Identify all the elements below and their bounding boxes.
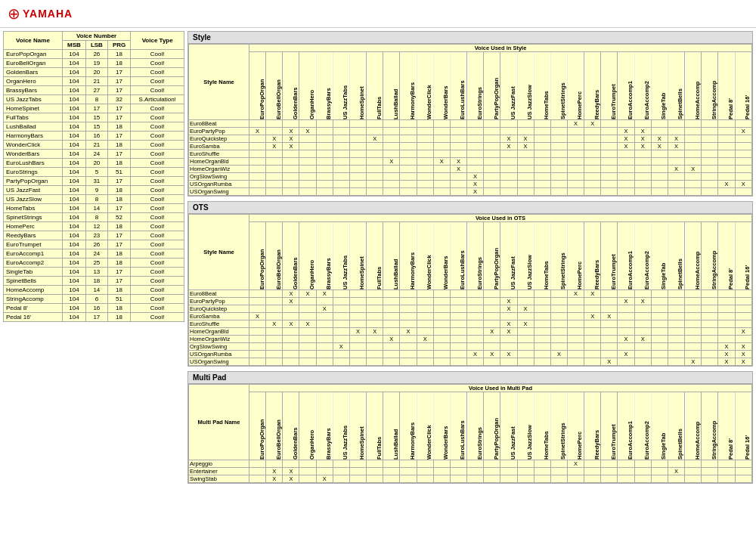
mark-cell (584, 298, 601, 305)
voice-type-cell: Cool! (131, 240, 184, 249)
voice-row: BrassyBars 104 27 17 Cool! (4, 86, 184, 95)
mark-cell (702, 298, 718, 305)
mark-cell (417, 320, 433, 328)
mark-cell (651, 181, 668, 188)
mark-cell (735, 166, 751, 173)
voice-prg-cell: 17 (107, 177, 131, 186)
mark-cell: X (367, 328, 383, 336)
voice-msb-cell: 104 (62, 77, 85, 86)
mark-cell (618, 150, 634, 158)
mark-cell (266, 343, 283, 351)
section-style-name-header: Multi Pad Name (189, 385, 249, 460)
mark-cell (484, 320, 500, 328)
voice-column-header: SingleTab (651, 52, 668, 120)
mark-cell (668, 181, 684, 188)
mark-cell (550, 128, 567, 135)
mark-cell (383, 351, 400, 358)
mark-cell: X (651, 135, 668, 143)
mark-cell: X (668, 166, 684, 173)
voice-lsb-cell: 26 (85, 240, 107, 249)
mark-cell (634, 305, 651, 313)
voice-msb-cell: 104 (62, 195, 85, 204)
lsb-header: LSB (85, 41, 107, 50)
mark-cell (299, 188, 316, 196)
mark-cell (349, 460, 366, 468)
voice-column-header: PartyPopOrgan (484, 52, 500, 120)
mark-cell: X (735, 328, 751, 336)
voice-type-cell: Cool! (131, 59, 184, 68)
mark-cell (450, 305, 466, 313)
mark-cell (584, 128, 601, 135)
mark-cell: X (500, 135, 517, 143)
mark-cell (367, 173, 383, 181)
mark-cell (333, 120, 349, 128)
mark-cell (484, 143, 500, 150)
voice-row: HomeTabs 104 14 17 Cool! (4, 204, 184, 213)
mark-cell (685, 181, 702, 188)
style-name-cell: EuroQuickstep (189, 135, 249, 143)
mark-cell (517, 188, 534, 196)
voice-column-header: EuroAccomp2 (634, 222, 651, 290)
ots-label: OTS (188, 202, 752, 214)
mark-cell (651, 328, 668, 336)
mark-cell (567, 328, 584, 336)
voice-column-header: EuroPopOrgan (249, 392, 266, 460)
mark-cell: X (467, 181, 484, 188)
voice-msb-cell: 104 (62, 113, 85, 122)
voice-msb-cell: 104 (62, 95, 85, 104)
voice-msb-cell: 104 (62, 186, 85, 195)
mark-cell (349, 298, 366, 305)
voice-row: PartyPopOrgan 104 31 17 Cool! (4, 177, 184, 186)
mark-cell (601, 150, 618, 158)
voice-type-cell: Cool! (131, 313, 184, 322)
mark-cell (383, 290, 400, 298)
mark-cell (567, 358, 584, 366)
mark-cell (249, 188, 266, 196)
mark-cell (450, 128, 466, 135)
voice-row: LushBallad 104 15 18 Cool! (4, 122, 184, 132)
mark-cell: X (299, 128, 316, 135)
mark-cell (618, 358, 634, 366)
mark-cell (484, 150, 500, 158)
mark-cell: X (668, 135, 684, 143)
mark-cell (500, 181, 517, 188)
style-name-cell: USOrganRumba (189, 351, 249, 358)
voice-name-cell: HarmonyBars (4, 132, 63, 141)
mark-cell (668, 150, 684, 158)
mark-cell (668, 305, 684, 313)
style-row: EuroSambaXXX (189, 313, 752, 320)
mark-cell (299, 143, 316, 150)
mark-cell (400, 290, 417, 298)
mark-cell: X (668, 468, 684, 475)
mark-cell (500, 475, 517, 483)
mark-cell (367, 150, 383, 158)
voice-msb-cell: 104 (62, 150, 85, 159)
style-name-cell: HomeOrganBld (189, 328, 249, 336)
voice-column-header: EuroStrings (467, 222, 484, 290)
voice-name-cell: SpinetBells (4, 277, 63, 286)
voice-lsb-cell: 17 (85, 104, 107, 113)
mark-cell (433, 336, 450, 343)
msb-header: MSB (62, 41, 85, 50)
voice-prg-cell: 18 (107, 249, 131, 259)
voice-column-header: SpinetStrings (550, 52, 567, 120)
mark-cell (467, 320, 484, 328)
voice-prg-cell: 18 (107, 313, 131, 322)
mark-cell (534, 313, 550, 320)
voice-column-header: EuroAccomp1 (618, 222, 634, 290)
mark-cell (567, 188, 584, 196)
mark-cell (685, 298, 702, 305)
voice-lsb-cell: 18 (85, 277, 107, 286)
mark-cell (702, 468, 718, 475)
mark-cell (316, 128, 333, 135)
voice-name-cell: Pedal 8' (4, 304, 63, 313)
voice-msb-cell: 104 (62, 240, 85, 249)
mark-cell (316, 150, 333, 158)
mark-cell (702, 150, 718, 158)
mark-cell (299, 150, 316, 158)
mark-cell (651, 150, 668, 158)
mark-cell (249, 336, 266, 343)
voice-msb-cell: 104 (62, 204, 85, 213)
mark-cell (685, 173, 702, 181)
voice-lsb-cell: 16 (85, 132, 107, 141)
